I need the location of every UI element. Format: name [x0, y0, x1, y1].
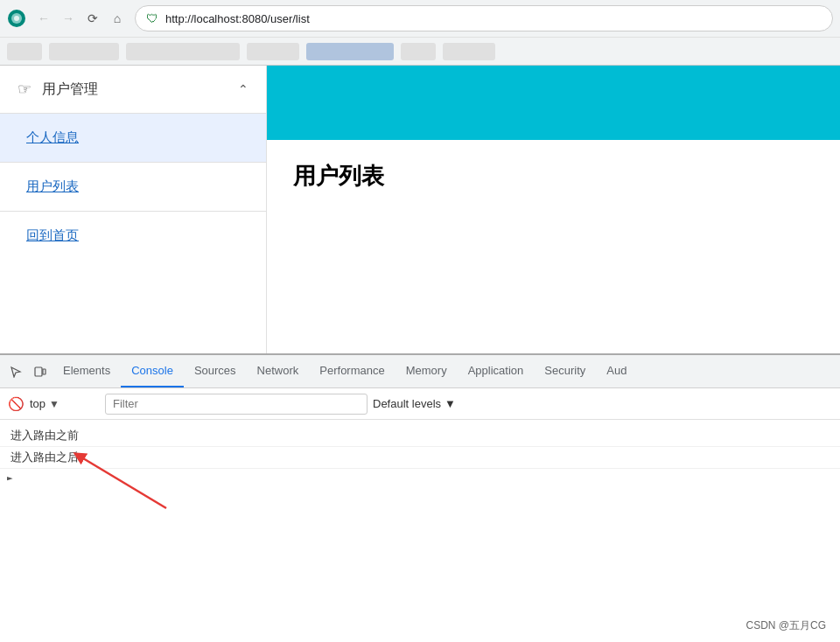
levels-dropdown-icon: ▼: [444, 397, 456, 410]
browser-logo: [7, 9, 26, 28]
log-levels-button[interactable]: Default levels ▼: [373, 397, 456, 410]
address-bar[interactable]: 🛡 http://localhost:8080/user/list: [135, 5, 833, 31]
context-label: top: [30, 397, 46, 410]
devtools-cursor-icon[interactable]: [4, 359, 28, 384]
clear-console-icon[interactable]: 🚫: [7, 395, 24, 413]
sidebar-header-left: ☞ 用户管理: [18, 80, 98, 99]
console-toolbar: 🚫 top ▼ Default levels ▼: [0, 388, 840, 420]
bookmark-item[interactable]: [7, 43, 42, 60]
expand-arrow-icon[interactable]: ►: [7, 472, 13, 484]
tab-audit[interactable]: Aud: [596, 355, 637, 387]
hand-icon: ☞: [18, 80, 32, 99]
console-expand-row[interactable]: ►: [0, 469, 840, 487]
home-button[interactable]: ⌂: [107, 8, 128, 29]
bookmark-item[interactable]: [306, 43, 394, 60]
devtools-tabs: Elements Console Sources Network Perform…: [0, 355, 840, 388]
watermark: CSDN @五月CG: [746, 618, 826, 633]
sidebar-header[interactable]: ☞ 用户管理 ⌃: [0, 66, 266, 113]
url-display: http://localhost:8080/user/list: [165, 12, 822, 25]
console-filter-input[interactable]: [105, 394, 368, 415]
page-title: 用户列表: [293, 161, 814, 192]
security-shield-icon: 🛡: [146, 11, 158, 25]
back-button[interactable]: ←: [33, 8, 54, 29]
console-text-2: 进入路由之后: [10, 450, 79, 465]
console-line-1: 进入路由之前: [0, 425, 840, 447]
context-selector[interactable]: top ▼: [30, 397, 100, 410]
console-output: 进入路由之前 进入路由之后 ►: [0, 420, 840, 642]
sidebar-item-home[interactable]: 回到首页: [0, 212, 266, 260]
tab-sources[interactable]: Sources: [184, 355, 247, 387]
bookmark-item[interactable]: [247, 43, 299, 60]
refresh-button[interactable]: ⟳: [82, 8, 103, 29]
page-wrapper: ← → ⟳ ⌂ 🛡 http://localhost:8080/user/lis…: [0, 0, 840, 642]
hero-banner: [267, 66, 840, 140]
bookmark-item[interactable]: [443, 43, 495, 60]
bookmark-item[interactable]: [126, 43, 240, 60]
title-bar: ← → ⟳ ⌂ 🛡 http://localhost:8080/user/lis…: [0, 0, 840, 37]
svg-point-2: [14, 16, 19, 21]
tab-performance[interactable]: Performance: [309, 355, 395, 387]
sidebar-title: 用户管理: [42, 80, 98, 99]
levels-label: Default levels: [373, 397, 441, 410]
browser-chrome: ← → ⟳ ⌂ 🛡 http://localhost:8080/user/lis…: [0, 0, 840, 66]
tab-application[interactable]: Application: [458, 355, 535, 387]
console-line-2: 进入路由之后: [0, 447, 840, 469]
svg-rect-4: [43, 369, 46, 374]
sidebar-item-user-list[interactable]: 用户列表: [0, 163, 266, 211]
nav-buttons: ← → ⟳ ⌂: [33, 8, 128, 29]
bookmarks-bar: [0, 37, 840, 65]
forward-button[interactable]: →: [58, 8, 79, 29]
page-body: 用户列表: [267, 140, 840, 213]
context-dropdown-icon: ▼: [49, 398, 60, 410]
tab-network[interactable]: Network: [247, 355, 310, 387]
tab-security[interactable]: Security: [534, 355, 596, 387]
bookmark-item[interactable]: [49, 43, 119, 60]
devtools-device-icon[interactable]: [28, 359, 52, 384]
collapse-icon: ⌃: [238, 82, 248, 96]
devtools-panel: Elements Console Sources Network Perform…: [0, 353, 840, 642]
tab-console[interactable]: Console: [121, 355, 184, 387]
bookmark-item[interactable]: [401, 43, 436, 60]
console-text-1: 进入路由之前: [10, 428, 79, 443]
sidebar-item-personal-info[interactable]: 个人信息: [0, 114, 266, 162]
tab-elements[interactable]: Elements: [52, 355, 121, 387]
tab-memory[interactable]: Memory: [396, 355, 458, 387]
svg-rect-3: [35, 367, 42, 376]
